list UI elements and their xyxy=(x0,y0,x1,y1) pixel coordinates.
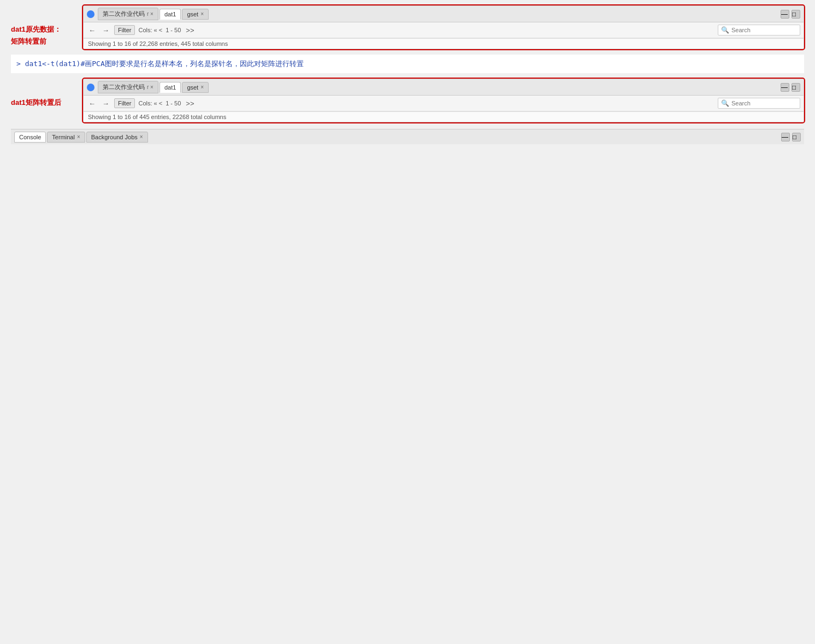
bottom-annotation: dat1矩阵转置后 xyxy=(11,79,76,110)
bottom-filter-btn[interactable]: Filter xyxy=(114,98,135,108)
search-icon: 🔍 xyxy=(721,26,729,34)
tab-gset-close[interactable]: × xyxy=(200,11,204,17)
top-status-bar: Showing 1 to 16 of 22,268 entries, 445 t… xyxy=(84,38,804,49)
bg-jobs-tab[interactable]: Background Jobs × xyxy=(86,132,148,143)
tab-code-suffix[interactable]: r × xyxy=(147,11,153,17)
console-tab-bar: Console Terminal × Background Jobs × — □ xyxy=(11,129,804,144)
bg-jobs-tab-close[interactable]: × xyxy=(140,134,143,140)
code-line: > dat1<-t(dat1)#画PCA图时要求是行名是样本名，列名是探针名，因… xyxy=(11,55,804,73)
tab-dat1[interactable]: dat1 xyxy=(160,9,181,20)
maximize-btn[interactable]: □ xyxy=(792,10,800,19)
terminal-tab-close[interactable]: × xyxy=(77,134,80,140)
range-label: 1 - 50 xyxy=(166,27,181,33)
console-tab-label: Console xyxy=(19,134,41,140)
tab-gset-label: gset xyxy=(187,11,198,17)
tab-gset[interactable]: gset × xyxy=(182,9,209,20)
console-tab[interactable]: Console xyxy=(14,132,46,143)
terminal-tab[interactable]: Terminal × xyxy=(47,132,85,143)
top-panel: 第二次作业代码 r × dat1 gset × — □ xyxy=(83,5,804,49)
bottom-window-controls: — □ xyxy=(781,83,800,92)
filter-btn[interactable]: Filter xyxy=(114,25,135,35)
bottom-nav-fwd[interactable]: → xyxy=(101,99,111,108)
bottom-status-bar: Showing 1 to 16 of 445 entries, 22268 to… xyxy=(84,111,804,122)
nav-back-arrow[interactable]: ← xyxy=(87,26,97,34)
bottom-tab-gset-close[interactable]: × xyxy=(200,84,204,90)
bottom-panel-icon xyxy=(87,84,95,91)
tab-dat1-label: dat1 xyxy=(164,11,176,17)
minimize-btn[interactable]: — xyxy=(781,10,789,19)
bottom-minimize-btn[interactable]: — xyxy=(781,83,789,92)
bottom-tab-code-label: 第二次作业代码 xyxy=(103,83,145,91)
search-box[interactable]: 🔍 xyxy=(718,25,800,36)
bottom-tab-code-suffix[interactable]: r × xyxy=(147,84,153,90)
bottom-tab-dat1-label: dat1 xyxy=(164,84,176,91)
top-annotation: dat1原先数据： 矩阵转置前 xyxy=(11,5,76,49)
console-minimize-btn[interactable]: — xyxy=(781,133,790,141)
bottom-tab-bar: 第二次作业代码 r × dat1 gset × — □ xyxy=(84,79,804,96)
bottom-range-label: 1 - 50 xyxy=(166,100,181,107)
bottom-tab-code[interactable]: 第二次作业代码 r × xyxy=(98,81,158,93)
nav-right[interactable]: >> xyxy=(184,26,196,34)
bottom-maximize-btn[interactable]: □ xyxy=(792,83,800,92)
bottom-nav-back[interactable]: ← xyxy=(87,99,97,108)
top-toolbar: ← → Filter Cols: « < 1 - 50 >> 🔍 xyxy=(84,22,804,38)
bottom-tab-dat1[interactable]: dat1 xyxy=(160,82,181,93)
bottom-search-input[interactable] xyxy=(731,100,797,107)
tab-code-label: 第二次作业代码 xyxy=(103,10,145,18)
top-tab-bar: 第二次作业代码 r × dat1 gset × — □ xyxy=(84,6,804,22)
bottom-search-box[interactable]: 🔍 xyxy=(718,98,800,109)
bottom-search-icon: 🔍 xyxy=(721,99,729,107)
cols-label: Cols: « < xyxy=(138,27,162,33)
console-win-btns: — □ xyxy=(781,133,801,141)
panel-icon xyxy=(87,10,95,18)
nav-fwd-arrow[interactable]: → xyxy=(101,26,111,34)
bottom-panel: 第二次作业代码 r × dat1 gset × — □ xyxy=(83,79,804,122)
window-controls: — □ xyxy=(781,10,800,19)
bottom-tab-gset-label: gset xyxy=(187,84,198,91)
bg-jobs-tab-label: Background Jobs xyxy=(91,134,138,140)
tab-code[interactable]: 第二次作业代码 r × xyxy=(98,8,158,20)
console-maximize-btn[interactable]: □ xyxy=(792,133,801,141)
bottom-tab-gset[interactable]: gset × xyxy=(182,82,209,93)
bottom-cols-label: Cols: « < xyxy=(138,100,162,107)
bottom-nav-right[interactable]: >> xyxy=(184,99,196,108)
terminal-tab-label: Terminal xyxy=(52,134,75,140)
bottom-toolbar: ← → Filter Cols: « < 1 - 50 >> 🔍 xyxy=(84,96,804,111)
search-input[interactable] xyxy=(731,27,797,33)
